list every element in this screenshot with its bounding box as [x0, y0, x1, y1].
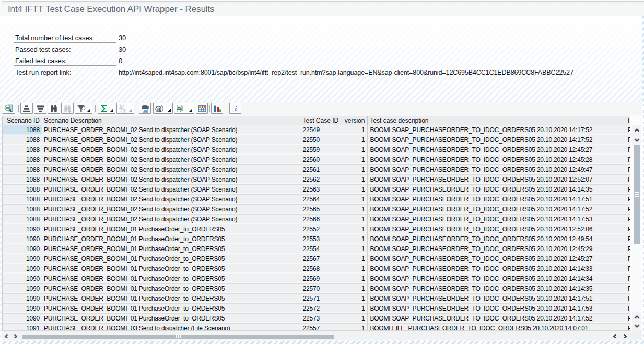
svg-text:i: i [235, 104, 237, 112]
